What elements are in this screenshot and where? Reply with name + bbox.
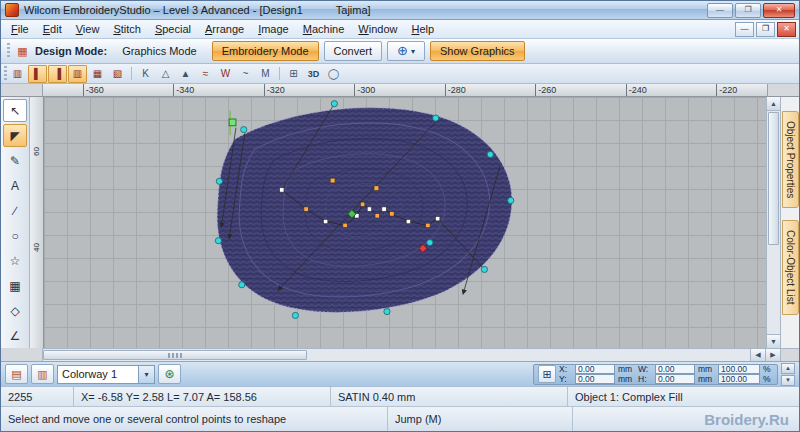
embroidery-mode-button[interactable]: Embroidery Mode — [212, 41, 319, 61]
scroll-up-icon[interactable]: ▲ — [767, 97, 780, 111]
ruler-tick: -260 — [535, 84, 556, 96]
toolbar-grip[interactable] — [7, 43, 10, 59]
zigzag-stitch-icon[interactable]: ≈ — [196, 65, 215, 83]
horizontal-scroll-thumb[interactable] — [43, 350, 307, 360]
w-field[interactable]: 0.00 — [655, 364, 695, 374]
menu-file[interactable]: File — [4, 22, 36, 36]
mesh-tool[interactable]: ▦ — [3, 274, 27, 297]
scale-h-unit: % — [763, 374, 773, 384]
x-field[interactable]: 0.00 — [575, 364, 615, 374]
title-bar[interactable]: Wilcom EmbroideryStudio – Level 3 Advanc… — [1, 1, 799, 20]
app-window: Wilcom EmbroideryStudio – Level 3 Advanc… — [0, 0, 800, 432]
run-stitch-icon[interactable]: ▌ — [28, 65, 47, 83]
colorway-select[interactable]: Colorway 1 ▾ — [57, 365, 155, 384]
triangle-outline-icon[interactable]: △ — [156, 65, 175, 83]
tatami-stitch-icon[interactable]: ▥ — [68, 65, 87, 83]
lettering-icon[interactable]: W — [216, 65, 235, 83]
w-unit: mm — [698, 364, 715, 374]
scale-h-field[interactable]: 100.00 — [718, 374, 760, 384]
complex-fill-shape[interactable] — [217, 108, 512, 313]
panel-down-icon[interactable]: ▼ — [781, 375, 795, 386]
menu-arrange[interactable]: Arrange — [198, 22, 251, 36]
ruler-tick: -320 — [264, 84, 285, 96]
close-button[interactable]: ✕ — [763, 3, 795, 18]
star-tool[interactable]: ☆ — [3, 249, 27, 272]
graphics-mode-button[interactable]: Graphics Mode — [112, 41, 207, 61]
ellipse-icon[interactable]: ◯ — [324, 65, 343, 83]
minimize-button[interactable]: — — [707, 3, 733, 18]
horizontal-scrollbar[interactable] — [43, 348, 750, 361]
menu-machine[interactable]: Machine — [296, 22, 352, 36]
selected-object-info: Object 1: Complex Fill — [568, 387, 799, 406]
ruler-tick: 40 — [32, 237, 41, 257]
embroidery-object[interactable] — [44, 97, 766, 348]
window-controls: — ❐ ✕ — [707, 3, 795, 18]
panel-up-icon[interactable]: ▲ — [781, 363, 795, 374]
motif-run-icon[interactable]: M — [256, 65, 275, 83]
mdi-window-controls: — ❐ ✕ — [735, 22, 796, 37]
watermark: Broidery.Ru — [573, 407, 799, 431]
scroll-down-icon[interactable]: ▼ — [767, 334, 780, 348]
scroll-right-icon[interactable]: ▶ — [765, 348, 780, 361]
toolbar-separator — [131, 67, 132, 80]
mdi-minimize-button[interactable]: — — [735, 22, 754, 37]
toolbar-grip[interactable] — [4, 66, 7, 82]
motif-fill-icon[interactable]: ▦ — [88, 65, 107, 83]
vertical-scroll-thumb[interactable] — [768, 112, 779, 245]
stitch-toolbar: ▥ ▌ ▐ ▥ ▦ ▧ K △ ▲ ≈ W ~ M ⊞ 3D ◯ — [1, 64, 799, 84]
lettering-tool[interactable]: A — [3, 174, 27, 197]
tab-object-properties[interactable]: Object Properties — [782, 111, 799, 208]
triangle-fill-icon[interactable]: ▲ — [176, 65, 195, 83]
threed-view-icon[interactable]: 3D — [304, 65, 323, 83]
run-tool[interactable]: ∕ — [3, 199, 27, 222]
main-area: ↖ ◤ ✎ A ∕ ○ ☆ ▦ ◇ ∠ 60 40 — [1, 97, 799, 348]
maximize-button[interactable]: ❐ — [735, 3, 761, 18]
transform-panel: ⊞ X: 0.00 mm W: 0.00 mm 100.00 % Y: 0.00… — [533, 364, 778, 385]
scale-w-field[interactable]: 100.00 — [718, 364, 760, 374]
grid-icon[interactable]: ⊞ — [284, 65, 303, 83]
vertical-scroll-track[interactable] — [767, 246, 780, 334]
ruler-tick: -300 — [354, 84, 375, 96]
design-canvas[interactable] — [44, 97, 766, 348]
design-mode-toolbar: ▦ Design Mode: Graphics Mode Embroidery … — [1, 39, 799, 64]
background-color-button[interactable]: ▥ — [31, 364, 54, 384]
select-tool[interactable]: ↖ — [3, 99, 27, 122]
node-edit-tool[interactable]: ◇ — [3, 299, 27, 322]
satin-stitch-icon[interactable]: ▐ — [48, 65, 67, 83]
horizontal-ruler: -360 -340 -320 -300 -280 -260 -240 -220 — [43, 84, 767, 97]
machine-format-icon[interactable]: ▥ — [8, 65, 27, 83]
wave-effect-icon[interactable]: ~ — [236, 65, 255, 83]
menu-image[interactable]: Image — [251, 22, 296, 36]
fusion-fill-icon[interactable]: K — [136, 65, 155, 83]
closed-shape-tool[interactable]: ○ — [3, 224, 27, 247]
ruler-tick: 60 — [32, 142, 41, 162]
reshape-tool[interactable]: ◤ — [3, 124, 27, 147]
tool-palette: ↖ ◤ ✎ A ∕ ○ ☆ ▦ ◇ ∠ — [1, 97, 30, 348]
menu-special[interactable]: Special — [148, 22, 198, 36]
scroll-left-icon[interactable]: ◀ — [750, 348, 765, 361]
transform-icon[interactable]: ⊞ — [538, 365, 556, 383]
y-unit: mm — [618, 374, 635, 384]
convert-button[interactable]: Convert — [324, 41, 383, 61]
scale-w-unit: % — [763, 364, 773, 374]
hoop-globe-button[interactable]: ⊕ ▾ — [387, 41, 425, 61]
tab-color-object-list[interactable]: Color-Object List — [782, 220, 799, 314]
chevron-down-icon[interactable]: ▾ — [138, 366, 154, 383]
measure-tool[interactable]: ∠ — [3, 324, 27, 347]
color-palette-button[interactable]: ⊛ — [158, 364, 181, 384]
pen-tool[interactable]: ✎ — [3, 149, 27, 172]
mdi-close-button[interactable]: ✕ — [777, 22, 796, 37]
mdi-restore-button[interactable]: ❐ — [756, 22, 775, 37]
menu-view[interactable]: View — [69, 22, 107, 36]
vertical-scrollbar[interactable]: ▲ ▼ — [766, 97, 780, 348]
h-field[interactable]: 0.00 — [655, 374, 695, 384]
window-title-machine: Tajima] — [336, 4, 371, 16]
menu-stitch[interactable]: Stitch — [106, 22, 148, 36]
menu-edit[interactable]: Edit — [36, 22, 69, 36]
show-graphics-button[interactable]: Show Graphics — [430, 41, 525, 61]
y-field[interactable]: 0.00 — [575, 374, 615, 384]
menu-help[interactable]: Help — [404, 22, 441, 36]
thread-colors-button[interactable]: ▤ — [5, 364, 28, 384]
menu-window[interactable]: Window — [351, 22, 404, 36]
contour-fill-icon[interactable]: ▧ — [108, 65, 127, 83]
